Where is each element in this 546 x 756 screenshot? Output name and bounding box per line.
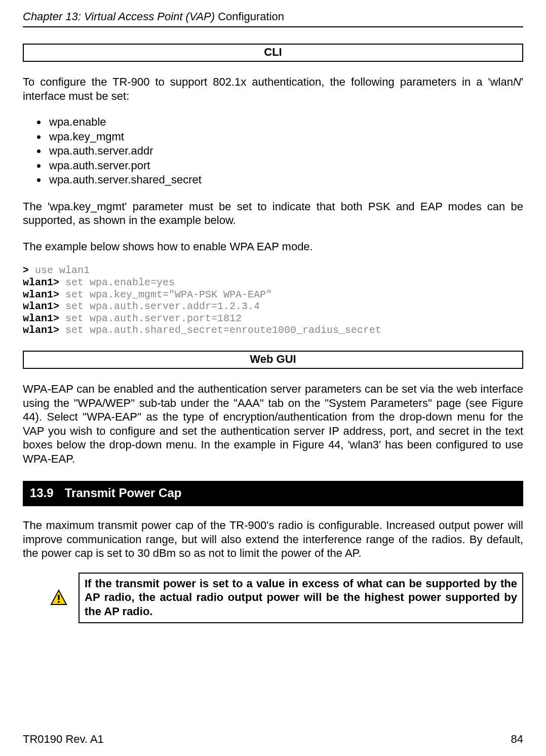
list-item: wpa.enable (47, 115, 523, 130)
svg-rect-2 (58, 601, 59, 602)
cli-heading: CLI (23, 44, 523, 62)
code-cmd: set wpa.auth.shared_secret=enroute1000_r… (59, 324, 381, 336)
intro-ital-n: N (513, 75, 521, 88)
code-cmd: use wlan1 (29, 264, 90, 276)
section-title: Transmit Power Cap (65, 486, 182, 500)
list-item: wpa.auth.server.addr (47, 144, 523, 159)
chapter-header: Chapter 13: Virtual Access Point (VAP) C… (23, 10, 523, 27)
footer-page-number: 84 (511, 733, 523, 746)
code-cmd: set wpa.auth.server.addr=1.2.3.4 (59, 300, 260, 312)
code-prompt: wlan1> (23, 300, 59, 312)
code-cmd: set wpa.auth.server.port=1812 (59, 313, 242, 324)
list-item: wpa.auth.server.port (47, 159, 523, 173)
code-cmd: set wpa.enable=yes (59, 277, 175, 288)
webgui-heading: Web GUI (23, 351, 523, 369)
list-item: wpa.key_mgmt (47, 130, 523, 144)
warning-text: If the transmit power is set to a value … (79, 573, 523, 624)
example-intro-paragraph: The example below shows how to enable WP… (23, 240, 523, 254)
page-footer: TR0190 Rev. A1 84 (23, 733, 523, 746)
section-number: 13.9 (30, 486, 54, 500)
warning-callout: If the transmit power is set to a value … (50, 573, 523, 624)
section-heading-bar: 13.9Transmit Power Cap (23, 481, 523, 506)
list-item: wpa.auth.server.shared_secret (47, 173, 523, 187)
footer-doc-id: TR0190 Rev. A1 (23, 733, 104, 746)
webgui-paragraph: WPA-EAP can be enabled and the authentic… (23, 382, 523, 466)
chapter-title-suffix: Configuration (218, 10, 284, 23)
warning-icon (50, 589, 67, 607)
code-prompt: wlan1> (23, 324, 59, 336)
code-prompt: wlan1> (23, 289, 59, 300)
transmit-power-paragraph: The maximum transmit power cap of the TR… (23, 518, 523, 560)
cli-example-code: > use wlan1 wlan1> set wpa.enable=yes wl… (23, 264, 523, 336)
key-mgmt-paragraph: The 'wpa.key_mgmt' parameter must be set… (23, 200, 523, 228)
parameter-list: wpa.enable wpa.key_mgmt wpa.auth.server.… (23, 115, 523, 187)
code-prompt: wlan1> (23, 277, 59, 288)
warning-icon-wrap (50, 573, 79, 624)
code-prompt: > (23, 264, 29, 276)
svg-rect-1 (58, 595, 59, 600)
intro-paragraph: To configure the TR-900 to support 802.1… (23, 75, 523, 103)
intro-text-1: To configure the TR-900 to support 802.1… (23, 75, 513, 88)
code-prompt: wlan1> (23, 313, 59, 324)
code-cmd: set wpa.key_mgmt="WPA-PSK WPA-EAP" (59, 289, 272, 300)
chapter-title-italic: Chapter 13: Virtual Access Point (VAP) (23, 10, 218, 23)
